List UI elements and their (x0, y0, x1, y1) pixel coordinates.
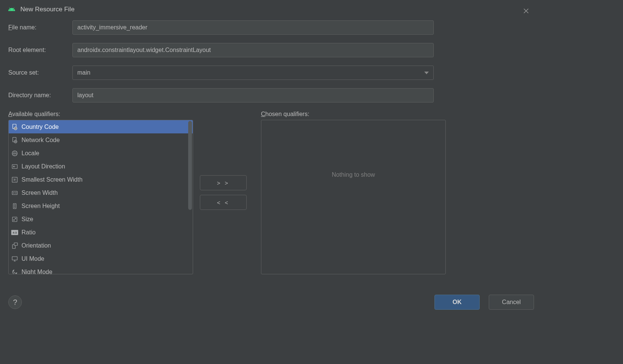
list-item[interactable]: UI Mode (9, 252, 193, 265)
transfer-buttons-column: > > < < (197, 111, 250, 274)
chosen-qualifiers-list[interactable]: Nothing to show (261, 120, 446, 274)
list-item-label: Night Mode (21, 269, 52, 275)
list-item-label: Size (21, 216, 33, 223)
root-element-row: Root element: (8, 43, 534, 57)
android-icon (8, 5, 16, 14)
add-qualifier-button[interactable]: > > (200, 175, 247, 190)
form: File name: Root element: Source set: mai… (0, 20, 542, 102)
file-name-label: File name: (8, 24, 72, 31)
source-set-label: Source set: (8, 69, 72, 76)
list-item-label: Screen Width (21, 190, 58, 196)
new-resource-file-dialog: New Resource File File name: Root elemen… (0, 0, 542, 317)
nothing-to-show-text: Nothing to show (332, 171, 375, 178)
titlebar: New Resource File (0, 0, 542, 20)
dialog-title: New Resource File (20, 6, 75, 13)
help-icon: ? (13, 298, 17, 307)
list-item[interactable]: Locale (9, 147, 193, 160)
list-item[interactable]: Size (9, 213, 193, 226)
list-item[interactable]: Country Code (9, 120, 193, 133)
chosen-qualifiers-column: Chosen qualifiers: Nothing to show (261, 111, 446, 274)
close-icon (522, 7, 530, 15)
help-button[interactable]: ? (8, 295, 22, 309)
available-qualifiers-label: Available qualifiers: (8, 111, 193, 118)
available-qualifiers-column: Available qualifiers: Country CodeNetwor… (8, 111, 193, 274)
list-item-label: Smallest Screen Width (21, 176, 83, 183)
source-set-value: main (77, 69, 91, 76)
arrow-ud-icon (11, 202, 18, 210)
file-name-row: File name: (8, 20, 534, 35)
list-item[interactable]: 4:3Ratio (9, 226, 193, 239)
close-button[interactable] (521, 6, 531, 16)
list-item-label: Network Code (21, 137, 60, 144)
root-element-input[interactable] (72, 43, 434, 57)
list-item[interactable]: Smallest Screen Width (9, 173, 193, 186)
orientation-icon (11, 242, 18, 249)
list-item-label: Orientation (21, 242, 51, 249)
arrow-lr-icon (11, 189, 18, 197)
source-set-select[interactable]: main (72, 66, 434, 80)
ok-button[interactable]: OK (434, 295, 480, 310)
dialog-footer: ? OK Cancel (8, 295, 534, 310)
svg-text:4:3: 4:3 (13, 231, 17, 234)
root-element-label: Root element: (8, 47, 72, 54)
scrollbar[interactable] (188, 121, 192, 210)
arrows-out-icon (11, 176, 18, 184)
source-set-row: Source set: main (8, 66, 534, 80)
available-qualifiers-list[interactable]: Country CodeNetwork CodeLocaleLayout Dir… (8, 120, 193, 274)
list-item-label: UI Mode (21, 255, 44, 262)
remove-qualifier-button[interactable]: < < (200, 195, 247, 210)
directory-name-row: Directory name: (8, 88, 534, 102)
file-name-input[interactable] (72, 20, 434, 35)
ratio-43-icon: 4:3 (11, 229, 18, 236)
cancel-button[interactable]: Cancel (489, 295, 534, 310)
list-item[interactable]: Screen Height (9, 199, 193, 213)
svg-rect-13 (14, 243, 18, 245)
list-item[interactable]: Orientation (9, 239, 193, 252)
directory-name-label: Directory name: (8, 92, 72, 99)
arrow-left-box-icon (11, 163, 18, 170)
moon-icon (11, 268, 18, 275)
list-item[interactable]: Night Mode (9, 265, 193, 274)
list-item[interactable]: Screen Width (9, 186, 193, 199)
globe-icon (11, 150, 18, 157)
list-item-label: Screen Height (21, 203, 60, 210)
list-item[interactable]: Layout Direction (9, 160, 193, 173)
list-item[interactable]: Network Code (9, 133, 193, 147)
directory-name-input[interactable] (72, 88, 434, 102)
qualifiers-area: Available qualifiers: Country CodeNetwor… (0, 111, 542, 274)
list-item-label: Country Code (21, 124, 59, 130)
arrow-diag-icon (11, 216, 18, 223)
list-item-label: Ratio (21, 229, 35, 236)
svg-rect-14 (12, 257, 17, 260)
list-item-label: Layout Direction (21, 163, 65, 170)
file-globe-icon (11, 136, 18, 144)
chosen-qualifiers-label: Chosen qualifiers: (261, 111, 446, 118)
chevron-down-icon (424, 72, 429, 74)
monitor-icon (11, 255, 18, 263)
file-globe-icon (11, 123, 18, 131)
list-item-label: Locale (21, 150, 39, 157)
